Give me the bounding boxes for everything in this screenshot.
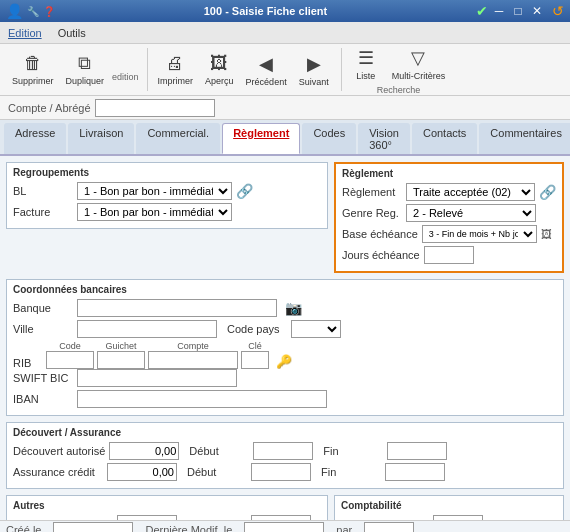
autres-section: Autres Montant mini franco N° factor (-)… (6, 495, 328, 520)
code-pays-select[interactable] (291, 320, 341, 338)
modif-label: Dernière Modif. le (145, 524, 232, 533)
cree-label: Créé le (6, 524, 41, 533)
modif-input[interactable] (244, 522, 324, 533)
multicriteres-button[interactable]: ▽ Multi-Critères (388, 45, 450, 83)
montant-mini-row: Montant mini franco N° factor (13, 515, 321, 520)
assurance-row: Assurance crédit Début Fin (13, 463, 557, 481)
decouvert-input[interactable] (109, 442, 179, 460)
apercu-label: Aperçu (205, 76, 234, 86)
checkmark-icon[interactable]: ✔ (476, 3, 488, 19)
close-btn[interactable]: ✕ (529, 4, 545, 18)
imprimer-label: Imprimer (158, 76, 194, 86)
jours-label: Jours échéance (342, 249, 420, 261)
rib-guichet-input[interactable] (97, 351, 145, 369)
tab-commentaires[interactable]: Commentaires (479, 123, 570, 154)
facture-label: Facture (13, 206, 73, 218)
dupliquer-button[interactable]: ⧉ Dupliquer (62, 51, 109, 88)
assurance-debut-input[interactable] (251, 463, 311, 481)
rib-code-col: Code (46, 341, 94, 369)
prev-icon: ◀ (259, 53, 273, 75)
rib-code-input[interactable] (46, 351, 94, 369)
base-echeance-icon[interactable]: 🖼 (541, 228, 552, 240)
cree-input[interactable] (53, 522, 133, 533)
debut-input[interactable] (253, 442, 313, 460)
rib-compte-col: Compte (148, 341, 238, 369)
prefixe-input[interactable] (433, 515, 483, 520)
regroupements-box: Regroupements BL 1 - Bon par bon - imméd… (6, 162, 328, 229)
tab-reglement[interactable]: Règlement (222, 123, 300, 154)
recherche-group-label: Recherche (377, 85, 421, 95)
bottom-row: Autres Montant mini franco N° factor (-)… (6, 495, 564, 520)
window-title: 100 - Saisie Fiche client (55, 5, 476, 17)
tab-vision360[interactable]: Vision 360° (358, 123, 410, 154)
menu-edition[interactable]: Edition (4, 25, 46, 41)
suivant-button[interactable]: ▶ Suivant (295, 51, 333, 89)
rib-link-icon[interactable]: 🔑 (276, 354, 292, 369)
rib-cle-input[interactable] (241, 351, 269, 369)
reglement-row: Règlement Traite acceptée (02) 🔗 (342, 183, 556, 201)
assurance-fin-label: Fin (321, 466, 381, 478)
reglement-section: Règlement Règlement Traite acceptée (02)… (334, 162, 564, 279)
footer-row: Créé le Dernière Modif. le par (0, 520, 570, 532)
suivant-label: Suivant (299, 77, 329, 87)
refresh-icon[interactable]: ↺ (552, 3, 564, 19)
rib-compte-input[interactable] (148, 351, 238, 369)
assurance-input[interactable] (107, 463, 177, 481)
nfactor-input[interactable] (251, 515, 311, 520)
ville-label: Ville (13, 323, 73, 335)
facture-select[interactable]: 1 - Bon par bon - immédiate (77, 203, 232, 221)
ville-input[interactable] (77, 320, 217, 338)
tab-commercial[interactable]: Commercial. (136, 123, 220, 154)
base-echeance-label: Base échéance (342, 228, 418, 240)
bl-select[interactable]: 1 - Bon par bon - immédiate (77, 182, 232, 200)
reglement-label: Règlement (342, 186, 402, 198)
montant-mini-input[interactable] (117, 515, 177, 520)
camera-icon[interactable]: 📷 (285, 300, 302, 316)
tab-codes[interactable]: Codes (302, 123, 356, 154)
apercu-button[interactable]: 🖼 Aperçu (201, 51, 238, 88)
menu-outils[interactable]: Outils (54, 25, 90, 41)
swift-input[interactable] (77, 369, 237, 387)
supprimer-button[interactable]: 🗑 Supprimer (8, 51, 58, 88)
base-echeance-select[interactable]: 3 - Fin de mois + Nb jour (422, 225, 537, 243)
tab-livraison[interactable]: Livraison (68, 123, 134, 154)
toolbar-group-recherche: ☰ Liste ▽ Multi-Critères Recherche (348, 48, 458, 91)
assurance-debut-label: Début (187, 466, 247, 478)
reglement-link-icon[interactable]: 🔗 (539, 184, 556, 200)
list-icon: ☰ (358, 47, 374, 69)
title-bar: 👤 🔧 ❓ 100 - Saisie Fiche client ✔ ─ □ ✕ … (0, 0, 570, 22)
menu-bar: Edition Outils (0, 22, 570, 44)
precedent-label: Précédent (246, 77, 287, 87)
print-icon: 🖨 (166, 53, 184, 74)
banque-input[interactable] (77, 299, 277, 317)
copy-icon: ⧉ (78, 53, 91, 74)
minimize-btn[interactable]: ─ (491, 4, 507, 18)
toolbar-group-edition: 🗑 Supprimer ⧉ Dupliquer edition (8, 48, 148, 91)
iban-input[interactable] (77, 390, 327, 408)
filter-icon: ▽ (411, 47, 425, 69)
fin-input[interactable] (387, 442, 447, 460)
genre-label: Genre Reg. (342, 207, 402, 219)
app-avatar-icon: 👤 (6, 3, 23, 19)
par-input[interactable] (364, 522, 414, 533)
account-input[interactable] (95, 99, 215, 117)
coordonnees-title: Coordonnées bancaires (13, 284, 557, 295)
genre-row: Genre Reg. 2 - Relevé (342, 204, 556, 222)
supprimer-label: Supprimer (12, 76, 54, 86)
comptabilite-title: Comptabilité (341, 500, 557, 511)
reglement-select[interactable]: Traite acceptée (02) (406, 183, 535, 201)
liste-button[interactable]: ☰ Liste (348, 45, 384, 83)
imprimer-button[interactable]: 🖨 Imprimer (154, 51, 198, 88)
assurance-fin-input[interactable] (385, 463, 445, 481)
tab-contacts[interactable]: Contacts (412, 123, 477, 154)
dupliquer-label: Dupliquer (66, 76, 105, 86)
genre-select[interactable]: 2 - Relevé (406, 204, 536, 222)
tab-adresse[interactable]: Adresse (4, 123, 66, 154)
window-controls: ✔ ─ □ ✕ ↺ (476, 3, 564, 19)
maximize-btn[interactable]: □ (510, 4, 526, 18)
bl-link-icon[interactable]: 🔗 (236, 183, 253, 199)
rib-code-header: Code (46, 341, 94, 351)
precedent-button[interactable]: ◀ Précédent (242, 51, 291, 89)
jours-input[interactable] (424, 246, 474, 264)
edition-group-label: edition (112, 72, 139, 82)
